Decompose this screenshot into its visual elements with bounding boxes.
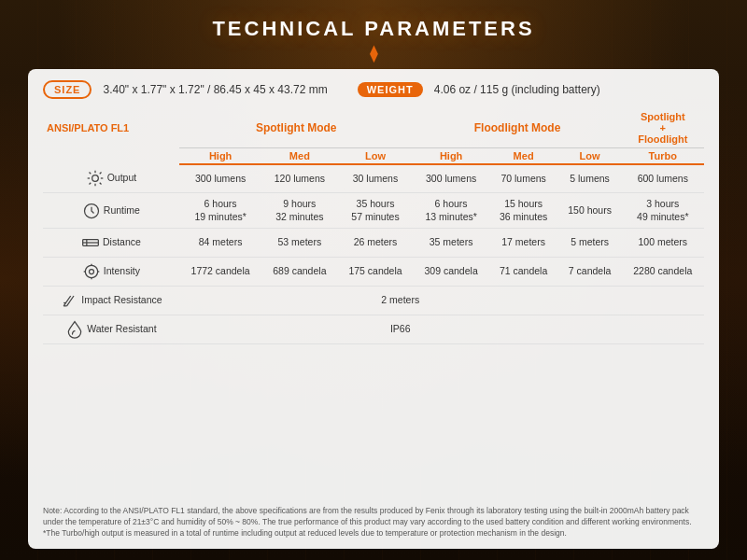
svg-point-13	[85, 266, 97, 278]
impact-value: 2 meters	[179, 287, 622, 315]
footnote: Note: According to the ANSI/PLATO FL1 st…	[43, 506, 704, 539]
size-value: 3.40" x 1.77" x 1.72" / 86.45 x 45 x 43.…	[103, 83, 327, 96]
output-row-name: Output	[107, 172, 137, 183]
impact-icon	[60, 291, 78, 310]
distance-spotlight-low: 26 meters	[337, 229, 413, 258]
distance-floodlight-med: 17 meters	[489, 229, 558, 258]
distance-spotlight-med: 53 meters	[261, 229, 337, 258]
intensity-floodlight-high: 309 candela	[414, 258, 489, 287]
output-floodlight-high: 300 lumens	[414, 164, 489, 193]
specs-table: ANSI/PLATO FL1 Spotlight Mode Floodlight…	[43, 108, 704, 344]
output-spotlight-high: 300 lumens	[179, 164, 261, 193]
water-turbo-empty	[622, 315, 704, 344]
water-value: IP66	[179, 315, 622, 344]
runtime-turbo: 3 hours49 minutes*	[622, 193, 704, 229]
distance-spotlight-high: 84 meters	[179, 229, 261, 258]
runtime-floodlight-med: 15 hours36 minutes	[489, 193, 558, 229]
size-badge: SIZE	[43, 80, 92, 99]
table-row: Distance 84 meters 53 meters 26 meters 3…	[43, 229, 704, 258]
intensity-spotlight-med: 689 candela	[261, 258, 337, 287]
mode-spotlight-header: Spotlight Mode	[179, 108, 414, 148]
col-high-2: High	[414, 148, 489, 165]
col-turbo: Turbo	[622, 148, 704, 165]
intensity-spotlight-low: 175 candela	[337, 258, 413, 287]
runtime-label-cell: Runtime	[43, 193, 179, 229]
impact-turbo-empty	[622, 287, 704, 315]
distance-row-name: Distance	[103, 236, 141, 247]
table-section: ANSI/PLATO FL1 Spotlight Mode Floodlight…	[43, 108, 704, 500]
output-turbo: 600 lumens	[622, 164, 704, 193]
output-spotlight-low: 30 lumens	[337, 164, 413, 193]
svg-line-5	[89, 173, 91, 175]
intensity-floodlight-med: 71 candela	[489, 258, 558, 287]
water-row-name: Water Resistant	[87, 323, 156, 334]
weight-badge: WEIGHT	[358, 82, 423, 97]
title-section: TECHNICAL PARAMETERS ⧫	[28, 17, 719, 63]
impact-row-name: Impact Resistance	[81, 294, 162, 305]
runtime-floodlight-high: 6 hours13 minutes*	[414, 193, 489, 229]
col-low-1: Low	[337, 148, 413, 165]
water-icon	[65, 320, 84, 339]
size-weight-row: SIZE 3.40" x 1.77" x 1.72" / 86.45 x 45 …	[43, 80, 704, 99]
svg-point-14	[89, 270, 93, 274]
runtime-icon	[82, 202, 101, 220]
svg-line-6	[99, 183, 101, 185]
table-header-levels: High Med Low High Med Low Turbo	[43, 148, 704, 165]
water-label-cell: Water Resistant	[43, 315, 179, 344]
runtime-row-name: Runtime	[104, 203, 140, 215]
intensity-row-name: Intensity	[104, 265, 140, 276]
empty-header	[43, 148, 179, 165]
intensity-turbo: 2280 candela	[622, 258, 704, 287]
page-title: TECHNICAL PARAMETERS	[28, 17, 719, 41]
runtime-spotlight-med: 9 hours32 minutes	[261, 193, 337, 229]
output-spotlight-med: 120 lumens	[261, 164, 337, 193]
runtime-spotlight-low: 35 hours57 minutes	[337, 193, 413, 229]
runtime-spotlight-high: 6 hours19 minutes*	[179, 193, 261, 229]
table-row: Runtime 6 hours19 minutes* 9 hours32 min…	[43, 193, 704, 229]
footnote-line-1: Note: According to the ANSI/PLATO FL1 st…	[43, 506, 692, 538]
impact-label-cell: Impact Resistance	[43, 287, 179, 315]
table-row: Impact Resistance 2 meters	[43, 287, 704, 315]
output-floodlight-low: 5 lumens	[558, 164, 622, 193]
intensity-icon	[82, 262, 101, 281]
table-row: Intensity 1772 candela 689 candela 175 c…	[43, 258, 704, 287]
intensity-spotlight-high: 1772 candela	[179, 258, 261, 287]
svg-line-7	[99, 173, 101, 175]
distance-icon	[81, 233, 100, 252]
chevron-icon: ⧫	[28, 43, 719, 63]
svg-point-0	[92, 175, 98, 182]
mode-floodlight-header: Floodlight Mode	[414, 108, 622, 148]
output-label-cell: Output	[43, 164, 179, 193]
output-icon	[86, 169, 105, 188]
weight-value: 4.06 oz / 115 g (including battery)	[434, 83, 600, 96]
intensity-label-cell: Intensity	[43, 258, 179, 287]
col-med-1: Med	[261, 148, 337, 165]
table-row: Water Resistant IP66	[43, 315, 704, 344]
col-med-2: Med	[489, 148, 558, 165]
col-high-1: High	[179, 148, 261, 165]
col-low-2: Low	[558, 148, 622, 165]
main-container: TECHNICAL PARAMETERS ⧫ SIZE 3.40" x 1.77…	[0, 0, 747, 560]
distance-floodlight-low: 5 meters	[558, 229, 622, 258]
ansi-label: ANSI/PLATO FL1	[43, 108, 179, 148]
distance-label-cell: Distance	[43, 229, 179, 258]
table-header-modes: ANSI/PLATO FL1 Spotlight Mode Floodlight…	[43, 108, 704, 148]
specs-card: SIZE 3.40" x 1.77" x 1.72" / 86.45 x 45 …	[28, 69, 719, 549]
runtime-floodlight-low: 150 hours	[558, 193, 622, 229]
distance-floodlight-high: 35 meters	[414, 229, 489, 258]
svg-line-8	[89, 183, 91, 185]
intensity-floodlight-low: 7 candela	[558, 258, 622, 287]
output-floodlight-med: 70 lumens	[489, 164, 558, 193]
mode-combo-header: Spotlight+Floodlight	[622, 108, 704, 148]
table-row: Output 300 lumens 120 lumens 30 lumens 3…	[43, 164, 704, 193]
distance-turbo: 100 meters	[622, 229, 704, 258]
